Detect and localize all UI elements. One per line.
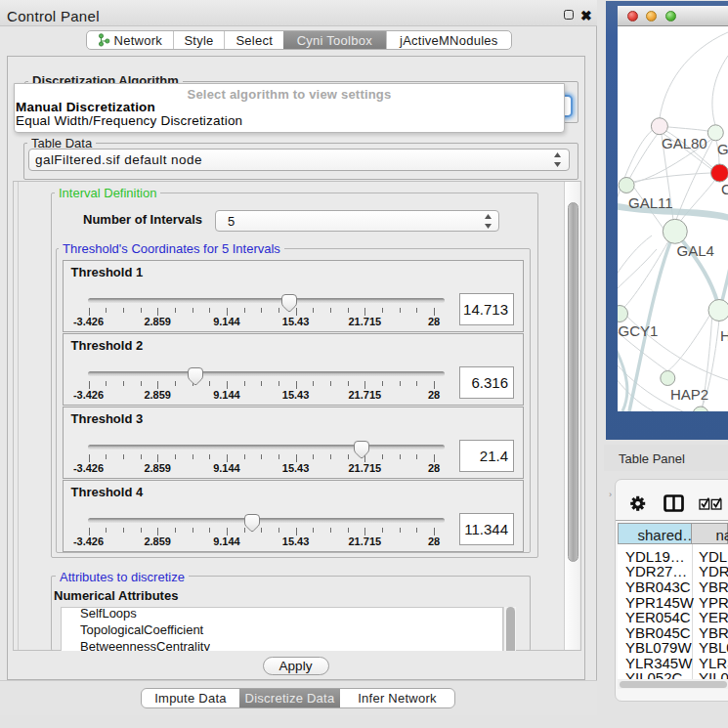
svg-text:GAL4: GAL4 [677, 242, 714, 259]
svg-text:H: H [720, 327, 728, 344]
svg-text:GAL80: GAL80 [662, 135, 707, 151]
svg-text:GCY1: GCY1 [619, 322, 659, 339]
svg-text:HAP2: HAP2 [670, 386, 708, 403]
svg-text:CY: CY [721, 181, 728, 197]
svg-text:GA: GA [717, 141, 728, 157]
svg-text:GAL11: GAL11 [628, 194, 673, 211]
